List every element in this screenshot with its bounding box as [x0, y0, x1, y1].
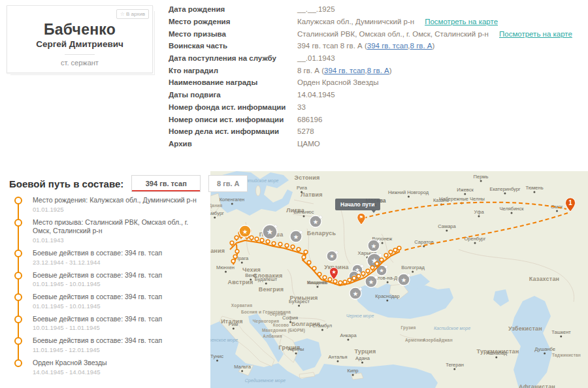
timeline-item: Боевые действия в составе: 394 гв. тсап2… [14, 249, 205, 266]
tab-unit[interactable]: 8 гв. А [208, 175, 248, 192]
pin-head [338, 281, 342, 285]
route-point-pin[interactable] [397, 246, 401, 251]
pin-head [255, 237, 259, 241]
surname: Бабченко [7, 21, 152, 39]
rank: ст. сержант [7, 59, 152, 67]
battle-marker[interactable]: ★ [365, 276, 378, 287]
route-dashed-line [363, 202, 566, 218]
timeline-title: Место призыва: Сталинский РВК, Омская об… [33, 218, 205, 236]
name-patronymic: Сергей Дмитриевич [7, 39, 152, 49]
unit-link[interactable]: 394 гв. тсап [324, 67, 365, 74]
route-point-pin[interactable] [312, 267, 316, 272]
star-icon: ★ [368, 278, 374, 285]
detail-label: Место рождения [169, 18, 297, 25]
view-on-map-link[interactable]: Посмотреть на карте [499, 30, 572, 38]
pin-head [235, 236, 238, 240]
detail-value: 686196 [297, 116, 322, 123]
timeline-item: Место призыва: Сталинский РВК, Омская об… [14, 218, 205, 244]
timeline-dot [14, 272, 22, 280]
route-start-tooltip: Начало пути [335, 199, 380, 210]
star-icon: ★ [331, 269, 336, 275]
timeline-item: Боевые действия в составе: 394 гв. тсап1… [14, 315, 205, 332]
detail-value: __.01.1943 [297, 54, 335, 62]
detail-row: АрхивЦАМО [169, 138, 587, 150]
route-point-pin[interactable] [235, 236, 238, 241]
pin-head [250, 236, 253, 240]
pin-head [285, 244, 289, 248]
timeline-date: 01.01.1943 [33, 236, 205, 244]
pin-head [235, 250, 239, 253]
route-start-marker[interactable]: ⚑ [357, 213, 365, 225]
detail-label: Воинская часть [169, 42, 297, 50]
timeline-title: Место рождения: Калужская обл., Думиничс… [33, 196, 205, 205]
pin-head [389, 250, 393, 254]
unit-link[interactable]: 8 гв. А [367, 67, 389, 74]
timeline-title: Боевые действия в составе: 394 гв. тсап [33, 315, 205, 324]
pin-head [393, 248, 397, 252]
route-point-pin[interactable] [235, 250, 239, 255]
star-icon: ★ [293, 233, 299, 240]
detail-row: Место рожденияКалужская обл., Думиничски… [169, 16, 587, 28]
detail-value: 33 [297, 103, 306, 111]
timeline-dot [14, 315, 22, 323]
star-icon: ★ [242, 228, 248, 235]
pin-head [375, 262, 379, 266]
view-on-map-link[interactable]: Посмотреть на карте [425, 18, 498, 25]
route-point-pin[interactable] [250, 236, 253, 241]
detail-row: Наименование наградыОрден Красной Звезды [169, 76, 587, 89]
timeline-item: Орден Красной Звезды14.04.1945 - 14.04.1… [14, 359, 205, 376]
profile-card: ☆В архив Бабченко Сергей Дмитриевич ст. … [7, 5, 153, 73]
battle-marker-orange[interactable]: ★ [239, 225, 251, 237]
route-point-pin[interactable] [231, 259, 235, 265]
battle-marker[interactable]: ★ [263, 225, 278, 239]
battle-marker[interactable]: ★ [327, 251, 338, 261]
pin-head [231, 259, 235, 263]
tab-unit[interactable]: 394 гв. тсап [131, 175, 201, 192]
detail-label: Место призыва [169, 30, 297, 38]
pin-head [233, 255, 237, 259]
enlistment-marker[interactable]: 1 [566, 198, 576, 212]
detail-value: Орден Красной Звезды [297, 78, 378, 86]
timeline-item: Боевые действия в составе: 394 гв. тсап0… [14, 293, 205, 310]
battle-marker[interactable]: ★ [290, 231, 302, 242]
timeline-date: 23.12.1944 - 31.12.1944 [33, 259, 205, 266]
route-point-pin[interactable] [389, 250, 393, 255]
detail-label: Номер фонда ист. информации [169, 103, 297, 111]
pin-head [333, 280, 337, 283]
battle-marker[interactable]: ★ [350, 287, 362, 299]
battle-marker[interactable]: ★ [310, 216, 322, 227]
pin-head [361, 272, 365, 276]
pin-head [352, 276, 356, 280]
battle-path-map[interactable]: ЭстонияЛатвияЛитваБеларусьПольшаГермания… [210, 171, 588, 388]
details-table: Дата рождения__.__.1925Место рожденияКал… [169, 3, 587, 150]
timeline-date: 01.01.1925 [33, 206, 205, 213]
route-point-pin[interactable] [291, 245, 295, 250]
star-icon: ★ [353, 290, 358, 297]
pin-head [348, 278, 351, 282]
flag-icon: ⚑ [359, 215, 363, 219]
timeline-date: 01.01.1945 - 10.01.1945 [33, 302, 205, 310]
detail-row: Воинская часть394 гв. тсап 8 гв. А ( 394… [169, 40, 587, 52]
veteran-record-page: ☆В архив Бабченко Сергей Дмитриевич ст. … [0, 0, 588, 388]
detail-value: 8 гв. А ( [297, 67, 324, 74]
timeline-date: 01.01.1945 - 10.01.1945 [33, 280, 205, 287]
marker-number: 1 [568, 199, 572, 206]
pin-head [323, 276, 327, 280]
detail-label: Номер описи ист. информации [169, 116, 297, 123]
unit-link[interactable]: 8 гв. А [410, 42, 433, 50]
battle-marker[interactable]: ★ [398, 274, 410, 285]
pin-head [302, 255, 306, 259]
detail-label: Номер дела ист. информации [169, 127, 297, 135]
detail-row: Дата поступления на службу__.01.1943 [169, 52, 587, 65]
detail-label: Архив [169, 140, 297, 148]
route-point-pin[interactable] [361, 272, 365, 277]
pin-head [397, 246, 401, 250]
battle-marker[interactable]: ★ [368, 240, 380, 251]
detail-value: 14.04.1945 [297, 91, 335, 99]
star-icon: ★ [401, 276, 406, 283]
detail-row: Дата рождения__.__.1925 [169, 3, 587, 16]
pin-head [366, 269, 370, 273]
add-to-archive-button[interactable]: ☆В архив [116, 9, 149, 19]
unit-link[interactable]: 394 гв. тсап [367, 42, 408, 50]
detail-value: __.__.1925 [297, 5, 335, 13]
